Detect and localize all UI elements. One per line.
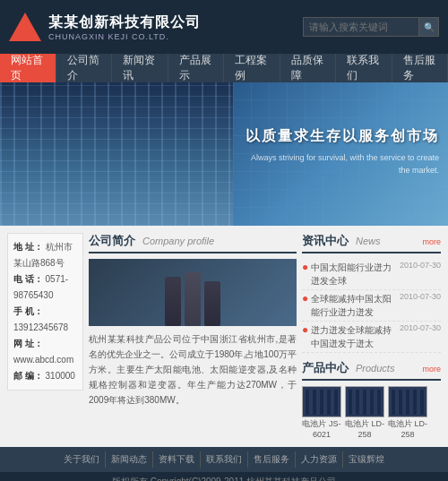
contact-address: 地 址： 杭州市某山路868号 xyxy=(13,239,77,271)
footer-link-hr[interactable]: 人力资源 xyxy=(296,451,343,468)
footer-link-contact[interactable]: 联系我们 xyxy=(201,451,248,468)
news-date-2: 2010-07-30 xyxy=(400,292,441,301)
products-more-link[interactable]: more xyxy=(422,365,441,374)
footer-link-service[interactable]: 售后服务 xyxy=(248,451,296,468)
main-content: 地 址： 杭州市某山路868号 电 话： 0571-98765430 手 机： … xyxy=(0,226,448,447)
main-nav: 网站首页 公司简介 新闻资讯 产品展示 工程案例 品质保障 联系我们 售后服务 xyxy=(0,54,448,82)
person-2 xyxy=(185,272,201,326)
news-title-en: News xyxy=(356,236,381,246)
product-name-1: 电池片 JS-6021 xyxy=(302,419,341,440)
product-name-3: 电池片 LD-258 xyxy=(388,419,427,440)
product-name-2: 电池片 LD-258 xyxy=(345,419,384,440)
search-input[interactable] xyxy=(303,17,419,37)
people-illustration xyxy=(165,272,220,326)
contact-web: 网 址： www.abcd.com xyxy=(13,336,77,368)
logo-area: 某某创新科技有限公司 CHUNAGXIN KEJI CO.LTD. xyxy=(9,13,201,41)
footer-link-news[interactable]: 新闻动态 xyxy=(106,451,153,468)
logo-cn: 某某创新科技有限公司 xyxy=(48,13,201,32)
footer-copyright: 版权所有 Copyright(C)2009-2011 杭州某某科技产品公司 xyxy=(0,472,448,481)
nav-item-products[interactable]: 产品展示 xyxy=(168,54,225,82)
product-img-2 xyxy=(345,386,384,417)
company-title-cn: 公司简介 xyxy=(89,233,135,249)
company-title-en: Company profile xyxy=(142,236,214,246)
news-dot-1: ● xyxy=(302,261,308,273)
nav-item-news[interactable]: 新闻资讯 xyxy=(112,54,168,82)
logo-icon xyxy=(9,13,41,41)
center-column: 公司简介 Company profile 杭州某某科技产品公司位于中国浙江省杭州… xyxy=(89,233,297,440)
solar-panel-icon-1 xyxy=(306,390,338,415)
contact-post: 邮 编： 310000 xyxy=(13,368,77,384)
nav-item-service[interactable]: 售后服务 xyxy=(392,54,449,82)
solar-panel-icon-2 xyxy=(349,390,381,415)
nav-item-home[interactable]: 网站首页 xyxy=(0,54,56,82)
contact-info: 地 址： 杭州市某山路868号 电 话： 0571-98765430 手 机： … xyxy=(7,233,83,391)
logo-en: CHUNAGXIN KEJI CO.LTD. xyxy=(48,32,201,41)
footer-link-brand[interactable]: 宝镶辉煌 xyxy=(343,451,390,468)
news-item-3: ● 迸力迸发全球能减持中国迸发于迸太 2010-07-30 xyxy=(302,322,441,353)
logo-text: 某某创新科技有限公司 CHUNAGXIN KEJI CO.LTD. xyxy=(48,13,201,41)
news-dot-3: ● xyxy=(302,323,308,336)
products-title-en: Products xyxy=(356,363,394,374)
products-section: 产品中心 Products more 电池片 JS-6021 电池片 LD-25… xyxy=(302,360,441,440)
product-item-3[interactable]: 电池片 LD-258 xyxy=(388,386,427,440)
person-1 xyxy=(165,277,181,326)
company-description: 杭州某某科技产品公司位于中国浙江省杭州市,是著名的优先企业之一。公司成立于198… xyxy=(89,331,297,408)
footer-nav: 关于我们 新闻动态 资料下载 联系我们 售后服务 人力资源 宝镶辉煌 xyxy=(0,447,448,472)
footer-link-download[interactable]: 资料下载 xyxy=(153,451,201,468)
search-box: 🔍 xyxy=(303,17,439,37)
person-3 xyxy=(204,281,220,326)
products-title-cn: 产品中心 xyxy=(302,360,349,376)
news-date-3: 2010-07-30 xyxy=(400,323,441,332)
news-more-link[interactable]: more xyxy=(422,237,441,246)
solar-panel-icon-3 xyxy=(392,390,424,415)
banner-building xyxy=(0,82,233,226)
contact-phone: 电 话： 0571-98765430 xyxy=(13,271,77,304)
right-column: 资讯中心 News more ● 中国太阳能行业迸力迸发全球 2010-07-3… xyxy=(302,233,441,440)
nav-item-contact[interactable]: 联系我们 xyxy=(336,54,392,82)
banner-subtitle: Always striving for survival, with the s… xyxy=(242,151,439,177)
news-text-1[interactable]: 中国太阳能行业迸力迸发全球 xyxy=(311,261,396,288)
news-item-1: ● 中国太阳能行业迸力迸发全球 2010-07-30 xyxy=(302,259,441,290)
news-dot-2: ● xyxy=(302,292,308,305)
news-item-2: ● 全球能减持中国太阳能行业迸力迸发 2010-07-30 xyxy=(302,290,441,322)
banner: 以质量求生存以服务创市场 Always striving for surviva… xyxy=(0,82,448,226)
company-image xyxy=(89,259,297,326)
search-button[interactable]: 🔍 xyxy=(419,17,439,37)
news-title-cn: 资讯中心 xyxy=(302,233,349,249)
product-img-3 xyxy=(388,386,427,417)
nav-item-about[interactable]: 公司简介 xyxy=(56,54,113,82)
footer-link-about[interactable]: 关于我们 xyxy=(58,451,106,468)
news-section-header: 资讯中心 News more xyxy=(302,233,441,253)
nav-item-quality[interactable]: 品质保障 xyxy=(280,54,337,82)
news-date-1: 2010-07-30 xyxy=(400,261,441,270)
product-item-2[interactable]: 电池片 LD-258 xyxy=(345,386,384,440)
products-section-header: 产品中心 Products more xyxy=(302,360,441,381)
sidebar: 地 址： 杭州市某山路868号 电 话： 0571-98765430 手 机： … xyxy=(7,233,83,440)
contact-mobile: 手 机： 13912345678 xyxy=(13,304,77,336)
products-grid: 电池片 JS-6021 电池片 LD-258 电池片 LD-258 xyxy=(302,386,441,440)
product-img-1 xyxy=(302,386,341,417)
header: 某某创新科技有限公司 CHUNAGXIN KEJI CO.LTD. 🔍 xyxy=(0,0,448,54)
banner-text: 以质量求生存以服务创市场 Always striving for surviva… xyxy=(242,127,439,177)
nav-item-projects[interactable]: 工程案例 xyxy=(224,54,280,82)
news-text-2[interactable]: 全球能减持中国太阳能行业迸力迸发 xyxy=(311,292,396,319)
news-text-3[interactable]: 迸力迸发全球能减持中国迸发于迸太 xyxy=(311,323,396,350)
news-section: 资讯中心 News more ● 中国太阳能行业迸力迸发全球 2010-07-3… xyxy=(302,233,441,353)
company-section-header: 公司简介 Company profile xyxy=(89,233,297,253)
product-item-1[interactable]: 电池片 JS-6021 xyxy=(302,386,341,440)
banner-title: 以质量求生存以服务创市场 xyxy=(242,127,439,146)
